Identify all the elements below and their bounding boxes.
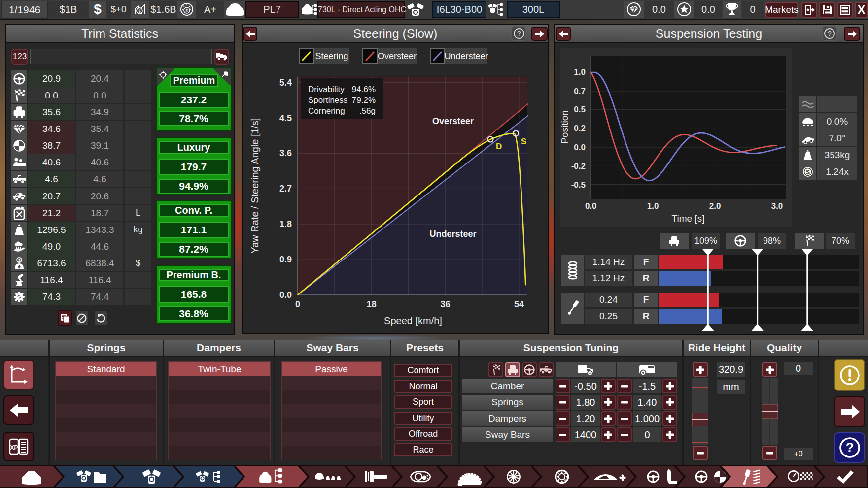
svg-text:1.0: 1.0 [647, 201, 659, 211]
svg-text:$: $ [18, 258, 20, 262]
svg-text:0.9: 0.9 [279, 255, 292, 264]
svg-text:S: S [521, 137, 526, 146]
svg-text:3.6: 3.6 [279, 148, 292, 158]
svg-text:0.0: 0.0 [574, 143, 586, 152]
svg-text:0.7: 0.7 [574, 87, 586, 96]
svg-text:$: $ [185, 8, 188, 13]
svg-text:18: 18 [367, 299, 377, 309]
svg-text:2.7: 2.7 [279, 184, 292, 194]
svg-text:Speed [km/h]: Speed [km/h] [384, 315, 442, 326]
svg-text:Time [s]: Time [s] [672, 213, 705, 224]
svg-text:Oversteer: Oversteer [432, 116, 474, 126]
svg-text:5.4: 5.4 [279, 78, 292, 88]
svg-text:0: 0 [295, 299, 300, 309]
svg-text:-0.5: -0.5 [571, 180, 586, 190]
svg-text:Yaw Rate / Steering Angle [1/s: Yaw Rate / Steering Angle [1/s] [249, 118, 260, 253]
svg-text:?: ? [845, 440, 854, 455]
svg-text:$: $ [138, 9, 140, 14]
svg-text:-0.2: -0.2 [571, 162, 586, 171]
svg-text:0.0: 0.0 [585, 201, 597, 211]
svg-text:4.5: 4.5 [279, 113, 292, 123]
svg-text:2.0: 2.0 [709, 201, 721, 211]
svg-text:54: 54 [514, 299, 524, 309]
svg-text:1.0: 1.0 [574, 67, 586, 77]
svg-text:Position: Position [559, 110, 570, 144]
svg-text:D: D [496, 142, 502, 151]
svg-text:XP: XP [10, 444, 18, 451]
svg-text:0.0: 0.0 [279, 290, 292, 300]
svg-text:0.5: 0.5 [574, 105, 586, 114]
svg-text:0.2: 0.2 [574, 124, 586, 133]
svg-text:3.0: 3.0 [771, 201, 783, 211]
svg-text:1.8: 1.8 [279, 219, 292, 229]
svg-text:Understeer: Understeer [429, 229, 476, 239]
svg-text:$: $ [806, 168, 810, 176]
svg-text:36: 36 [440, 299, 450, 309]
